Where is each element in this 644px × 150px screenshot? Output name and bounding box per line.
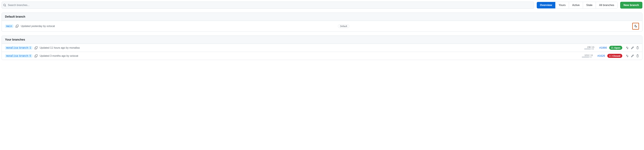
branch-row: monalisa-branch-5 Updated 3 months ago b… [2,52,642,60]
branch-row: monalisa-branch-1 Updated 11 hours ago b… [2,44,642,52]
behind-count: 1211 [584,54,589,56]
status-badge-closed[interactable]: Closed [607,54,622,58]
tab-yours[interactable]: Yours [556,2,569,9]
tab-stale[interactable]: Stale [583,2,596,9]
delete-icon[interactable] [636,46,639,49]
edit-icon[interactable] [631,46,634,49]
default-branch-header: Default branch [2,13,642,21]
updated-text: Updated 3 months ago by octocat [40,54,78,57]
status-label: Closed [612,54,620,57]
branch-name-link[interactable]: main [5,24,13,28]
behind-ahead-indicator[interactable]: 236 21 [581,46,597,50]
copy-icon[interactable] [34,54,38,58]
default-branch-section: Default branch main Updated yesterday by… [2,13,642,32]
delete-icon[interactable] [636,54,639,57]
your-branches-header: Your branches [2,36,642,44]
pr-link[interactable]: #1626 [598,54,605,57]
updated-text: Updated 11 hours ago by monalisa [40,46,80,49]
activity-icon[interactable] [626,46,629,49]
status-badge-open[interactable]: Open [609,46,622,50]
search-input[interactable] [2,2,534,9]
default-badge: Default [338,24,349,28]
filter-tabs: Overview Yours Active Stale All branches [536,2,618,9]
activity-icon[interactable] [634,25,637,28]
git-pull-request-closed-icon [609,55,612,57]
row-actions [626,54,639,57]
pr-link[interactable]: #1866 [599,46,607,49]
behind-count: 236 [587,46,591,48]
your-branches-section: Your branches monalisa-branch-1 Updated … [2,36,642,60]
git-pull-request-icon [611,47,614,49]
search-icon [3,4,6,7]
edit-icon[interactable] [631,54,634,57]
tab-overview[interactable]: Overview [537,2,556,9]
tab-active[interactable]: Active [569,2,583,9]
tab-all-branches[interactable]: All branches [596,2,618,9]
copy-icon[interactable] [15,24,19,28]
branch-row: main Updated yesterday by octocat Defaul… [2,21,642,32]
updated-text: Updated yesterday by octocat [21,25,55,28]
branch-name-link[interactable]: monalisa-branch-1 [5,46,32,50]
ahead-count: 11 [590,54,593,56]
activity-highlight [632,23,639,30]
search-wrap [2,2,534,9]
activity-icon[interactable] [626,54,629,57]
new-branch-button[interactable]: New branch [620,2,642,9]
behind-ahead-indicator[interactable]: 1211 11 [580,54,596,58]
row-actions [626,46,639,49]
status-label: Open [614,46,620,49]
branch-name-link[interactable]: monalisa-branch-5 [5,54,32,58]
copy-icon[interactable] [34,46,38,50]
top-bar: Overview Yours Active Stale All branches… [2,2,642,9]
ahead-count: 21 [592,46,594,48]
